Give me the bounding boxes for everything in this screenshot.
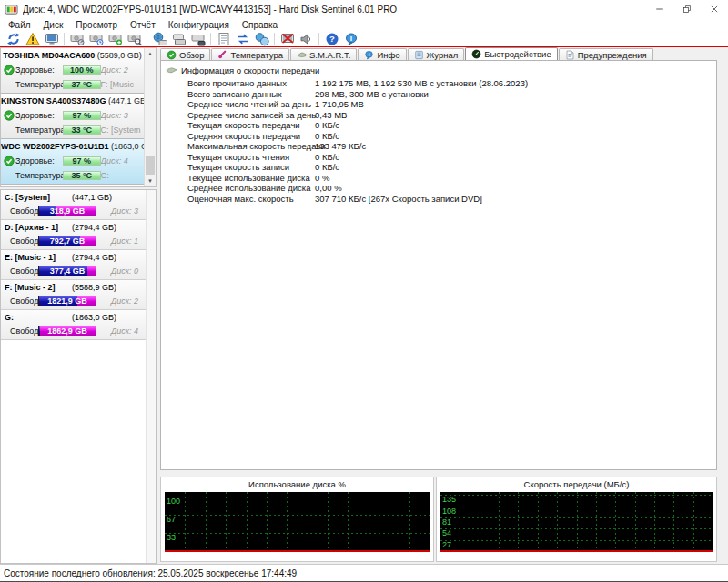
temp-bar: 33 °C xyxy=(63,125,101,135)
partition-label: D: [Архив - 1] xyxy=(5,221,58,234)
partition-disk-number: Диск: 1 xyxy=(111,236,146,246)
disk-copy-button[interactable] xyxy=(169,32,188,47)
disk-surface-scan-button[interactable] xyxy=(125,32,144,47)
health-ok-icon xyxy=(4,156,15,166)
partition-disk-number: Диск: 0 xyxy=(111,266,146,276)
chart-title: Скорость передачи (МБ/с) xyxy=(437,477,716,491)
temp-bar: 35 °C xyxy=(63,171,101,180)
refresh-button[interactable] xyxy=(4,32,23,47)
toolbar: ? i xyxy=(0,32,728,47)
perf-row-value: 0 % xyxy=(315,173,329,184)
disk-volumes: G: xyxy=(101,171,144,180)
perf-row-label: Текущая скорость передачи xyxy=(187,120,315,131)
title-bar: Диск: 4, WDC WD2002FYPS-01U1B1 [WD-WCAVY… xyxy=(0,0,728,18)
window-title: Диск: 4, WDC WD2002FYPS-01U1B1 [WD-WCAVY… xyxy=(23,5,646,15)
status-bar: Состояние последнего обновления: 25.05.2… xyxy=(0,564,728,581)
sounds-button[interactable] xyxy=(297,32,316,47)
menu-view[interactable]: Просмотр xyxy=(69,19,124,31)
partition-items: C: [System] (447,1 GB) Свободно 318,9 GB… xyxy=(1,190,146,340)
help-icon: ? xyxy=(325,32,339,46)
disk-scheduled-test-button[interactable] xyxy=(86,32,106,47)
help-button[interactable]: ? xyxy=(322,32,341,47)
network-button[interactable] xyxy=(252,32,271,47)
health-ok-icon xyxy=(4,65,15,75)
menu-disk[interactable]: Диск xyxy=(37,19,70,31)
network-disk-button[interactable] xyxy=(150,32,169,47)
menu-file[interactable]: Файл xyxy=(2,19,37,31)
partition-size: (2794,4 GB) xyxy=(72,221,116,234)
perf-row-label: Всего записано данных xyxy=(187,89,315,100)
partition-size: (447,1 GB) xyxy=(72,191,112,204)
menu-help[interactable]: Справка xyxy=(236,19,284,31)
disk-volumes: F: [Music xyxy=(101,80,144,89)
partition-item-g[interactable]: G: (1863,0 GB) Свободно 1862,9 GB Диск: … xyxy=(1,310,146,340)
partition-item-e[interactable]: E: [Music - 1] (2794,4 GB) Свободно 377,… xyxy=(1,250,146,280)
partition-item-c[interactable]: C: [System] (447,1 GB) Свободно 318,9 GB… xyxy=(1,190,146,220)
scroll-down-icon[interactable]: ▼ xyxy=(145,176,156,186)
tab-temperature[interactable]: Температура xyxy=(211,48,289,60)
temp-label: Температура: xyxy=(15,125,63,135)
perf-row: Текущая скорость записи0 КБ/с xyxy=(187,162,716,173)
globe-disk-icon xyxy=(153,32,167,46)
partition-size: (2794,4 GB) xyxy=(72,251,116,264)
disk-gauge-icon xyxy=(70,32,85,46)
disk-item-kingston[interactable]: KINGSTON SA400S37480G (447,1 GB) Здоровь… xyxy=(1,94,144,139)
chart-title: Использование диска % xyxy=(161,477,433,491)
tab-info[interactable]: i Инфо xyxy=(358,48,406,60)
health-bar: 100 % xyxy=(63,65,101,75)
disk-size: (5589,0 GB) xyxy=(97,51,142,60)
toolbar-separator xyxy=(147,33,147,45)
disk-item-toshiba[interactable]: TOSHIBA MD04ACA600 (5589,0 GB) Здоровье:… xyxy=(1,48,144,94)
restore-icon xyxy=(682,5,692,14)
tab-alerts[interactable]: Предупреждения xyxy=(559,48,653,60)
disk-list-scrollbar[interactable]: ▲ ▼ xyxy=(144,48,156,186)
disk-quick-test-button[interactable] xyxy=(67,32,86,47)
info-balloon-icon: i xyxy=(344,32,359,46)
sync-button[interactable] xyxy=(233,32,252,47)
disk-connect-button[interactable] xyxy=(188,32,207,47)
minimize-button[interactable] xyxy=(646,0,673,18)
tab-performance-active[interactable]: Быстродействие xyxy=(465,47,557,60)
close-button[interactable] xyxy=(701,0,728,18)
display-off-button[interactable] xyxy=(278,32,297,47)
tab-overview[interactable]: Обзор xyxy=(160,48,210,60)
perf-row: Среднее использование диска0,00 % xyxy=(187,183,716,194)
charts-row: Использование диска % 1006733 Скорость п… xyxy=(160,477,717,562)
disk-name: TOSHIBA MD04ACA600 xyxy=(3,51,95,60)
disk-connector-icon xyxy=(191,32,206,46)
health-bar: 97 % xyxy=(63,156,101,166)
scroll-thumb[interactable] xyxy=(146,156,155,175)
perf-row-value: 0 КБ/с xyxy=(315,120,339,131)
perf-row-label: Текущее использование диска xyxy=(187,173,315,184)
svg-text:?: ? xyxy=(329,34,335,44)
report-button[interactable] xyxy=(214,32,233,47)
tab-label: S.M.A.R.T. xyxy=(309,50,350,60)
window-controls xyxy=(646,0,728,18)
perf-row: Оценочная макс. скорость307 710 КБ/с [26… xyxy=(187,194,716,205)
scroll-up-icon[interactable]: ▲ xyxy=(145,48,156,59)
tab-log[interactable]: Журнал xyxy=(408,48,465,60)
menu-report[interactable]: Отчёт xyxy=(124,19,162,31)
disk-copy-icon xyxy=(172,32,187,46)
free-label: Свободно xyxy=(1,206,38,216)
disk-add-test-button[interactable] xyxy=(106,32,125,47)
partition-list-scrollbar[interactable] xyxy=(146,190,156,563)
alerts-button[interactable] xyxy=(23,32,42,47)
free-label: Свободно xyxy=(1,236,38,246)
perf-row-value: 307 710 КБ/с [267x Скорость записи DVD] xyxy=(315,194,482,205)
info-button[interactable]: i xyxy=(341,32,360,47)
refresh-icon xyxy=(6,32,21,46)
status-text: Состояние последнего обновления: 25.05.2… xyxy=(4,568,297,578)
partition-item-f[interactable]: F: [Music - 2] (5588,9 GB) Свободно 1821… xyxy=(1,280,146,310)
disk-item-wdc-selected[interactable]: WDC WD2002FYPS-01U1B1 (1863,0 GB) Здоров… xyxy=(1,139,144,185)
info-balloon-icon: i xyxy=(364,50,374,60)
monitor-test-button[interactable] xyxy=(42,32,61,47)
maximize-button[interactable] xyxy=(673,0,701,18)
partition-item-d[interactable]: D: [Архив - 1] (2794,4 GB) Свободно 792,… xyxy=(1,220,146,250)
tab-smart[interactable]: S.M.A.R.T. xyxy=(290,48,357,60)
tab-label: Журнал xyxy=(427,50,459,60)
menu-configuration[interactable]: Конфигурация xyxy=(162,19,236,31)
disk-magnifier-icon xyxy=(127,32,142,46)
free-label: Свободно xyxy=(1,266,38,276)
perf-row-value: 133 479 КБ/с xyxy=(315,141,366,152)
